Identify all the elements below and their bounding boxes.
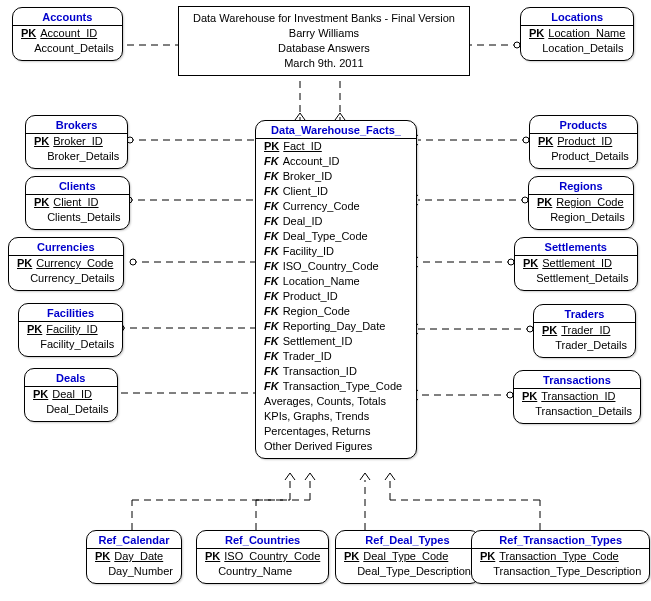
svg-line-63 (310, 473, 315, 480)
entity-title: Ref_Transaction_Types (472, 531, 649, 549)
entity-title: Data_Warehouse_Facts_ (256, 121, 416, 139)
key-type: PK (522, 389, 537, 404)
column-name: Client_ID (53, 195, 98, 210)
pk-row: PKTransaction_ID (514, 389, 640, 404)
entity-title: Products (530, 116, 637, 134)
title-line-3: Database Answers (193, 41, 455, 56)
entity-title: Currencies (9, 238, 123, 256)
column-name: Settlement_Details (536, 271, 628, 286)
column-name: Settlement_ID (542, 256, 612, 271)
pk-row: PKCurrency_Code (9, 256, 123, 271)
column-name: Clients_Details (47, 210, 120, 225)
key-type: FK (264, 199, 279, 214)
column-name: Deal_Type_Description (357, 564, 471, 579)
entity-currencies: CurrenciesPKCurrency_Code Currency_Detai… (8, 237, 124, 291)
entity-ref_countries: Ref_CountriesPKISO_Country_Code Country_… (196, 530, 329, 584)
key-type: PK (529, 26, 544, 41)
key-type: PK (33, 387, 48, 402)
entity-title: Brokers (26, 116, 127, 134)
fact-row: FKTransaction_Type_Code (256, 379, 416, 394)
column-name: Settlement_ID (283, 334, 353, 349)
key-type: FK (264, 334, 279, 349)
entity-title: Facilities (19, 304, 122, 322)
svg-line-61 (290, 473, 295, 480)
key-type: FK (264, 169, 279, 184)
column-name: Currency_Code (36, 256, 113, 271)
column-name: Other Derived Figures (264, 439, 372, 454)
detail-row: Deal_Details (25, 402, 117, 417)
column-name: Broker_ID (283, 169, 333, 184)
column-name: Day_Date (114, 549, 163, 564)
column-name: Transaction_Details (535, 404, 632, 419)
column-name: Reporting_Day_Date (283, 319, 386, 334)
fact-row: FKClient_ID (256, 184, 416, 199)
entity-deals: DealsPKDeal_ID Deal_Details (24, 368, 118, 422)
svg-line-59 (340, 113, 345, 120)
column-name: Transaction_ID (283, 364, 357, 379)
detail-row: Facility_Details (19, 337, 122, 352)
title-line-2: Barry Williams (193, 26, 455, 41)
pk-row: PKDeal_ID (25, 387, 117, 402)
entity-regions: RegionsPKRegion_Code Region_Details (528, 176, 634, 230)
column-name: Fact_ID (283, 139, 322, 154)
entity-traders: TradersPKTrader_ID Trader_Details (533, 304, 636, 358)
column-name: Deal_Type_Code (283, 229, 368, 244)
column-name: Product_ID (283, 289, 338, 304)
key-type: PK (523, 256, 538, 271)
pk-row: PKTransaction_Type_Code (472, 549, 649, 564)
column-name: Facility_ID (283, 244, 334, 259)
svg-line-60 (285, 473, 290, 480)
fact-row: FKBroker_ID (256, 169, 416, 184)
detail-row: Currency_Details (9, 271, 123, 286)
column-name: Region_Details (550, 210, 625, 225)
fact-row: FKDeal_ID (256, 214, 416, 229)
entity-title: Accounts (13, 8, 122, 26)
column-name: Transaction_ID (541, 389, 615, 404)
svg-line-62 (305, 473, 310, 480)
column-name: KPIs, Graphs, Trends (264, 409, 369, 424)
column-name: Country_Name (218, 564, 292, 579)
detail-row: Trader_Details (534, 338, 635, 353)
entity-ref_calendar: Ref_CalendarPKDay_Date Day_Number (86, 530, 182, 584)
entity-products: ProductsPKProduct_ID Product_Details (529, 115, 638, 169)
key-type: FK (264, 304, 279, 319)
svg-line-66 (385, 473, 390, 480)
fact-row: FKProduct_ID (256, 289, 416, 304)
detail-row: Product_Details (530, 149, 637, 164)
pk-row: PKAccount_ID (13, 26, 122, 41)
column-name: Product_Details (551, 149, 629, 164)
detail-row: Day_Number (87, 564, 181, 579)
fact-row: FKSettlement_ID (256, 334, 416, 349)
detail-row: Clients_Details (26, 210, 129, 225)
column-name: Client_ID (283, 184, 328, 199)
entity-title: Locations (521, 8, 633, 26)
column-name: Transaction_Type_Description (493, 564, 641, 579)
diagram-title-box: Data Warehouse for Investment Banks - Fi… (178, 6, 470, 76)
key-type: PK (480, 549, 495, 564)
entity-title: Ref_Calendar (87, 531, 181, 549)
detail-row: Deal_Type_Description (336, 564, 479, 579)
fact-row: KPIs, Graphs, Trends (256, 409, 416, 424)
key-type: PK (27, 322, 42, 337)
column-name: Day_Number (108, 564, 173, 579)
key-type: FK (264, 154, 279, 169)
column-name: Deal_ID (52, 387, 92, 402)
detail-row: Country_Name (197, 564, 328, 579)
fact-row: Other Derived Figures (256, 439, 416, 454)
column-name: Deal_ID (283, 214, 323, 229)
svg-line-56 (295, 113, 300, 120)
pk-row: PKDeal_Type_Code (336, 549, 479, 564)
column-name: Broker_Details (47, 149, 119, 164)
key-type: FK (264, 364, 279, 379)
key-type: FK (264, 379, 279, 394)
column-name: Facility_ID (46, 322, 97, 337)
key-type: FK (264, 274, 279, 289)
entity-title: Regions (529, 177, 633, 195)
fact-row: FKCurrency_Code (256, 199, 416, 214)
column-name: Account_ID (40, 26, 97, 41)
pk-row: PKSettlement_ID (515, 256, 637, 271)
column-name: Location_Details (542, 41, 623, 56)
fact-row: FKAccount_ID (256, 154, 416, 169)
column-name: ISO_Country_Code (224, 549, 320, 564)
svg-line-58 (335, 113, 340, 120)
